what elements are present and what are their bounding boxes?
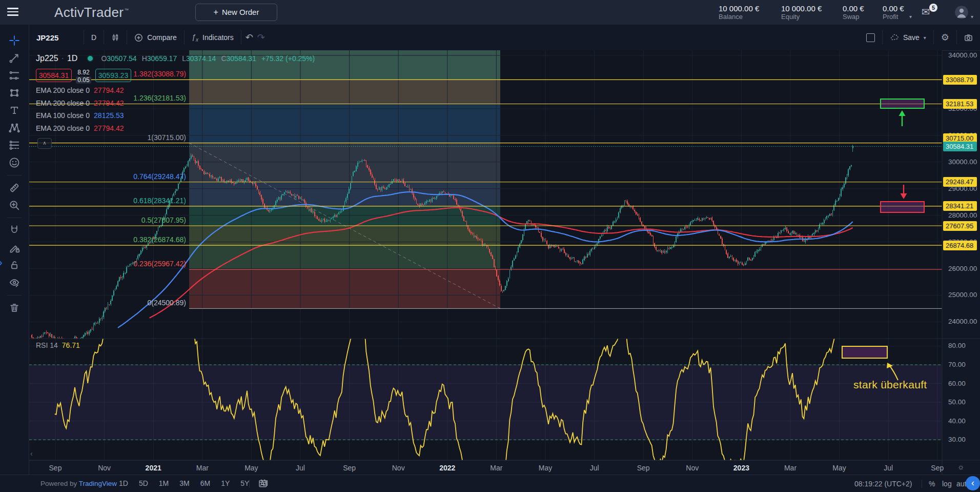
tool-shapes[interactable] <box>6 84 23 102</box>
time-axis[interactable]: SepNov2021MarMayJulSepNov2022MarMayJulSe… <box>29 460 942 475</box>
app-logo-text: ActivTrader <box>54 5 124 20</box>
price-badge-29248.47[interactable]: 29248.47 <box>943 177 977 187</box>
hamburger-menu-icon[interactable] <box>7 8 18 18</box>
interval-button[interactable]: D <box>84 25 104 50</box>
magnet-icon <box>9 225 20 236</box>
time-label: Sep <box>40 464 71 472</box>
chart-area[interactable]: Jp225 · 1D O30507.54H30659.17L30374.14C3… <box>29 50 980 475</box>
new-order-button[interactable]: +New Order <box>195 4 277 21</box>
indicator-legend-rows: EMA 200 close 027794.42EMA 200 close 027… <box>36 84 315 134</box>
account-equity: 10 000.00 €Equity <box>781 4 822 21</box>
legend-symbol[interactable]: Jp225 <box>36 54 58 63</box>
timeframe-3M[interactable]: 3M <box>177 479 191 487</box>
rsi-label: 70.00 <box>948 361 966 368</box>
tool-hide-all[interactable] <box>6 274 23 291</box>
ohlc-values: O30507.54H30659.17L30374.14C30584.31+75.… <box>101 54 315 63</box>
price-badge-26874.68[interactable]: 26874.68 <box>943 241 977 250</box>
indicator-row[interactable]: EMA 200 close 027794.42 <box>36 84 315 97</box>
tool-trend-line[interactable] <box>6 49 23 67</box>
notifications-button[interactable]: ✉ 5 <box>922 6 939 20</box>
scale-auto-button[interactable]: aut <box>956 480 966 488</box>
panel-expand-tab[interactable]: › <box>0 257 3 268</box>
indicator-row[interactable]: EMA 100 close 028125.53 <box>36 109 315 122</box>
account-value: 10 000.00 € <box>781 4 822 13</box>
chevron-down-icon: ▾ <box>971 14 973 19</box>
tool-forecast[interactable] <box>6 136 23 154</box>
fib-label: 0.382(26874.68) <box>99 235 186 244</box>
user-menu-button[interactable]: ▾ <box>954 5 969 22</box>
tool-magnet[interactable] <box>6 222 23 239</box>
layout-square-icon <box>866 33 875 42</box>
account-label: Balance <box>719 13 759 21</box>
price-badge-28341.21[interactable]: 28341.21 <box>943 201 977 211</box>
account-profit: 0.00 €Profit <box>883 4 904 21</box>
layout-button[interactable] <box>859 25 882 50</box>
time-label: Jul <box>579 464 610 472</box>
symbol-search-button[interactable]: JP225 <box>29 25 84 50</box>
sell-price-button[interactable]: 30584.31 <box>36 69 72 82</box>
tool-lock-all[interactable] <box>6 257 23 274</box>
scale-log-button[interactable]: log <box>942 480 952 488</box>
buy-price-button[interactable]: 30593.23 <box>95 69 131 82</box>
clock[interactable]: 08:19:22 (UTC+2) <box>854 480 912 488</box>
price-badge-33088.79[interactable]: 33088.79 <box>943 75 977 85</box>
notification-count-badge: 5 <box>929 4 937 12</box>
pane-collapse-icon[interactable]: ‹ <box>30 449 33 458</box>
timeframe-5D[interactable]: 5D <box>137 479 150 487</box>
trend-line-icon <box>9 52 20 64</box>
drawing-tools-sidebar <box>0 25 29 475</box>
shapes-icon <box>9 87 20 99</box>
legend-interval[interactable]: 1D <box>67 54 77 63</box>
timeframe-1Y[interactable]: 1Y <box>219 479 232 487</box>
screenshot-button[interactable] <box>957 25 980 50</box>
tool-ruler[interactable] <box>6 179 23 196</box>
tool-draw-lock[interactable] <box>6 239 23 257</box>
tradingview-link[interactable]: TradingView <box>79 480 117 487</box>
account-balance: 10 000.00 €Balance <box>719 4 759 21</box>
timeframe-6M[interactable]: 6M <box>198 479 212 487</box>
axis-settings-sun-icon[interactable]: ☼ <box>957 462 965 471</box>
price-badge-30584.31[interactable]: 30584.31 <box>943 142 977 151</box>
time-label: Mar <box>187 464 218 472</box>
collapse-panel-button[interactable]: ‹ <box>966 476 980 490</box>
change-value: +75.32 (+0.25%) <box>261 54 315 63</box>
scale-percent-button[interactable]: % <box>929 480 935 488</box>
go-to-date-button[interactable] <box>258 479 268 489</box>
chart-settings-button[interactable]: ⚙ <box>934 25 956 50</box>
top-bar: ActivTrader™ +New Order 10 000.00 €Balan… <box>0 0 980 25</box>
price-badge-27607.95[interactable]: 27607.95 <box>943 221 977 231</box>
profit-chevron-down-icon[interactable]: ▾ <box>909 14 912 19</box>
price-label: 25000.00 <box>948 291 977 299</box>
chart-legend: Jp225 · 1D O30507.54H30659.17L30374.14C3… <box>36 52 315 134</box>
compare-button[interactable]: Compare <box>127 25 184 50</box>
indicator-row[interactable]: EMA 200 close 027794.42 <box>36 122 315 135</box>
legend-collapse-button[interactable]: ∧ <box>37 138 52 149</box>
redo-icon[interactable]: ↷ <box>257 32 269 43</box>
indicator-row[interactable]: EMA 200 close 027794.42 <box>36 97 315 110</box>
ruler-icon <box>9 182 20 193</box>
tool-fib-tools[interactable] <box>6 67 23 84</box>
calendar-arrow-icon <box>258 479 268 488</box>
price-axis[interactable]: ☼ 34000.0032000.0031000.0030000.0029000.… <box>942 50 980 460</box>
account-value: 0.00 € <box>883 4 904 13</box>
chart-style-button[interactable] <box>104 25 127 50</box>
tool-emoji[interactable] <box>6 154 23 171</box>
text-tool-icon <box>9 105 20 116</box>
tool-text-tool[interactable] <box>6 102 23 119</box>
tool-crosshair[interactable] <box>6 32 23 49</box>
indicators-button[interactable]: ƒx Indicators <box>185 25 241 50</box>
tool-zoom-in[interactable] <box>6 196 23 214</box>
tool-xabcd-pattern[interactable] <box>6 119 23 136</box>
tool-trash[interactable] <box>6 299 23 317</box>
price-badge-32181.53[interactable]: 32181.53 <box>943 99 977 109</box>
undo-icon[interactable]: ↶ <box>241 32 257 43</box>
powered-by: Powered by TradingView <box>40 480 117 487</box>
timeframe-1D[interactable]: 1D <box>117 479 130 487</box>
compare-plus-icon <box>134 33 143 42</box>
save-button[interactable]: Save ▾ <box>883 25 933 50</box>
annotation-text[interactable]: stark überkauft <box>853 379 927 391</box>
market-status-dot[interactable] <box>87 55 94 62</box>
timeframe-1M[interactable]: 1M <box>157 479 171 487</box>
time-label: May <box>236 464 267 472</box>
account-label: Profit <box>883 13 904 21</box>
